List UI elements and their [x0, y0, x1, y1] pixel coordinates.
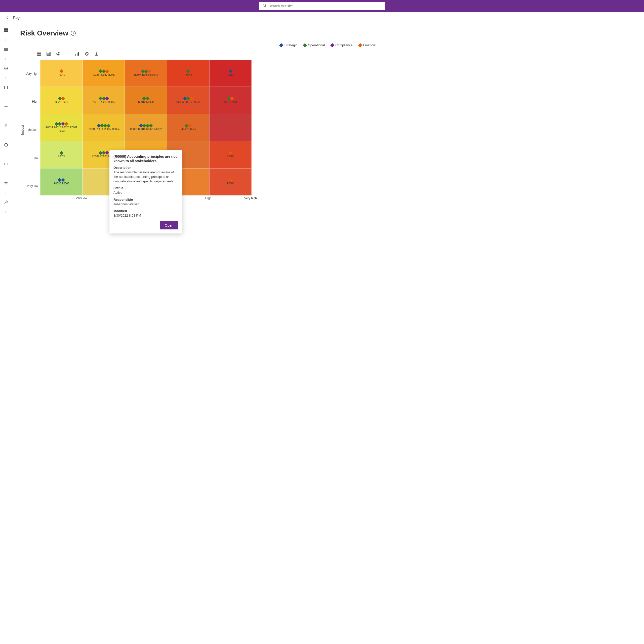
matrix-row-2: R0014 R0018 R0023 R0001 R0036R0034 R0011…	[40, 114, 272, 141]
matrix-cell-1-0[interactable]: R0022 R0042	[40, 87, 83, 114]
info-icon[interactable]: i	[71, 31, 76, 36]
sidebar-item-10[interactable]	[1, 197, 11, 207]
cell-labels-4-4: R0008	[227, 182, 234, 185]
operational-diamond	[303, 43, 307, 47]
matrix-cell-0-1[interactable]: R0025 R0047 R0037	[83, 60, 125, 87]
matrix-cell-2-0[interactable]: R0014 R0018 R0023 R0001 R0036	[40, 114, 83, 141]
sidebar-chevron-10[interactable]: ›	[1, 208, 11, 215]
svg-rect-14	[37, 52, 39, 54]
cell-risks-4-4	[229, 179, 232, 181]
sidebar-item-7[interactable]	[1, 140, 11, 150]
search-box[interactable]	[259, 2, 385, 10]
matrix-cell-0-0[interactable]: R0040	[40, 60, 83, 87]
y-label-medium: Medium	[25, 116, 38, 143]
matrix-cell-1-2[interactable]: R0019 R0028	[125, 87, 167, 114]
cell-risks-3-1	[99, 151, 108, 154]
matrix-cell-0-4[interactable]: R0050	[209, 60, 252, 87]
x-label-high: High	[187, 196, 229, 200]
matrix-cell-0-2[interactable]: R0044 R0048 R0043	[125, 60, 167, 87]
sidebar-item-1[interactable]	[1, 25, 11, 35]
svg-rect-3	[6, 28, 8, 30]
sidebar-item-3[interactable]	[1, 63, 11, 73]
y-label-very-high: Very high	[25, 60, 38, 87]
toolbar-table-icon[interactable]	[45, 50, 52, 58]
back-button[interactable]	[4, 14, 11, 21]
risk-diamond-0-3-0	[186, 69, 190, 73]
matrix-cell-2-1[interactable]: R0034 R0011 R0017 R0024	[83, 114, 125, 141]
cell-labels-1-4: R0045 R0039	[223, 100, 238, 104]
toolbar-select-icon[interactable]	[35, 50, 43, 58]
matrix-cell-1-3[interactable]: R0035 R0016 R0038	[167, 87, 209, 114]
toolbar-text-icon[interactable]: T	[64, 50, 71, 58]
search-icon	[263, 4, 267, 9]
svg-point-25	[58, 54, 59, 55]
sidebar-item-6[interactable]	[1, 121, 11, 131]
sidebar-item-8[interactable]	[1, 159, 11, 169]
risk-diamond-4-4-0	[228, 178, 232, 182]
risk-diamond-2-2-3	[149, 124, 153, 128]
matrix-cell-4-0[interactable]: R0030 R0005	[40, 168, 83, 195]
tooltip-open-button[interactable]: Open	[160, 221, 178, 229]
matrix-row-1: R0022 R0042R0013 R0015 R0007R0019 R0028R…	[40, 87, 272, 114]
risk-diamond-1-3-2	[189, 96, 193, 100]
matrix-cell-4-4[interactable]: R0008	[209, 168, 252, 195]
toolbar-filter-icon[interactable]	[54, 50, 62, 58]
toolbar-history-icon[interactable]	[83, 50, 91, 58]
svg-point-24	[58, 52, 59, 53]
sidebar-chevron-6[interactable]: ›	[1, 132, 11, 139]
cell-risks-2-1	[97, 124, 110, 127]
matrix-cell-2-3[interactable]: R0027 R0041	[167, 114, 209, 141]
sidebar-chevron-5[interactable]: ›	[1, 113, 11, 120]
svg-rect-11	[5, 86, 8, 89]
sidebar-chevron-7[interactable]: ›	[1, 151, 11, 158]
legend-strategic: Strategic	[280, 43, 297, 47]
cell-risks-1-4	[227, 97, 233, 100]
risk-diamond-0-4-0	[228, 69, 232, 73]
sidebar-chevron-8[interactable]: ›	[1, 170, 11, 177]
sidebar-item-2[interactable]	[1, 44, 11, 54]
sidebar-chevron-3[interactable]: ›	[1, 74, 11, 82]
cell-risks-0-1	[99, 70, 108, 73]
sidebar-item-9[interactable]	[1, 178, 11, 188]
matrix-cell-2-2[interactable]: R0033 R0012 R0021 R0032	[125, 114, 167, 141]
matrix-cell-0-3[interactable]: R0049	[167, 60, 209, 87]
cell-risks-2-0	[55, 123, 68, 125]
y-labels: Very high High Medium Low Very low	[25, 60, 40, 200]
matrix-cell-1-1[interactable]: R0013 R0015 R0007	[83, 87, 125, 114]
matrix-cell-3-4[interactable]: R0003	[209, 141, 252, 168]
matrix-cell-1-4[interactable]: R0045 R0039	[209, 87, 252, 114]
risk-diamond-1-0-1	[61, 96, 65, 100]
svg-point-10	[6, 68, 7, 69]
svg-line-1	[265, 6, 266, 7]
svg-rect-7	[4, 49, 8, 50]
sidebar-item-5[interactable]	[1, 102, 11, 112]
sidebar-item-4[interactable]	[1, 83, 11, 93]
sidebar-chevron-4[interactable]: ›	[1, 94, 11, 101]
sidebar-chevron-2[interactable]: ›	[1, 55, 11, 62]
matrix-cell-2-4[interactable]	[209, 114, 252, 141]
y-label-very-low: Very low	[25, 172, 38, 199]
search-input[interactable]	[269, 4, 381, 8]
svg-point-12	[5, 143, 8, 146]
y-label-high: High	[25, 88, 38, 115]
cell-labels-0-4: R0050	[227, 73, 234, 77]
toolbar-download-icon[interactable]	[93, 50, 100, 58]
y-label-low: Low	[25, 144, 38, 172]
risk-diamond-4-0-1	[61, 178, 65, 182]
cell-risks-1-3	[184, 97, 193, 100]
cell-risks-2-2	[140, 124, 152, 127]
matrix-cell-3-0[interactable]: R0029	[40, 141, 83, 168]
matrix-cell-3-2[interactable]: R0010 R0026 R0002 R0009(R0009) Accountin…	[125, 141, 167, 168]
toolbar-chart-icon[interactable]	[73, 50, 81, 58]
risk-diamond-1-4-1	[230, 96, 234, 100]
cell-risks-1-0	[58, 97, 64, 100]
cell-labels-2-1: R0034 R0011 R0017 R0024	[88, 128, 119, 131]
tooltip-description-value: The responsible persons are not aware of…	[113, 170, 178, 184]
sidebar-chevron-9[interactable]: ›	[1, 189, 11, 196]
sidebar-chevron-1[interactable]: ›	[1, 36, 11, 43]
cell-risks-1-2	[143, 97, 149, 100]
risk-diamond-1-2-1	[146, 96, 150, 100]
cell-labels-0-0: R0040	[58, 73, 65, 77]
tooltip-modified-value: 3/30/2022 8:08 PM	[113, 213, 178, 218]
main-content: Risk Overview i Strategic Operational Co…	[12, 23, 644, 644]
